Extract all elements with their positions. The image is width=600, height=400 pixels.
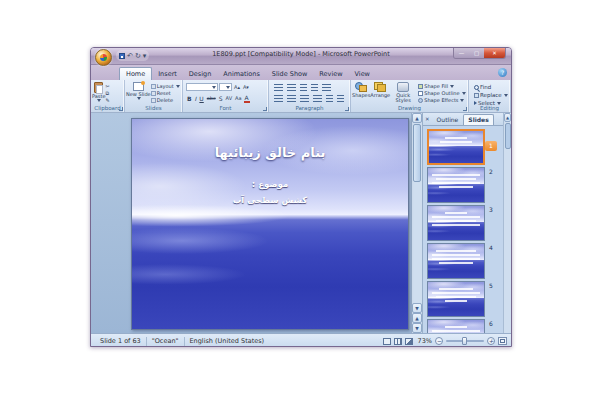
font-size-combobox[interactable] [219,83,232,91]
slide-thumbnail-3[interactable]: 3 [427,205,501,241]
font-name-combobox[interactable] [186,83,218,91]
tab-home[interactable]: Home [119,67,152,80]
numbering-icon[interactable] [287,84,296,91]
layout-button[interactable]: Layout [151,83,180,89]
new-slide-button[interactable]: New Slide [126,81,151,104]
format-painter-icon[interactable]: ✎ [106,97,110,103]
editing-column: Find Replace Select [470,81,509,106]
zoom-out-icon[interactable]: − [435,337,443,345]
close-button[interactable]: ✕ [484,48,505,58]
character-spacing-button[interactable]: AV [225,94,234,103]
justify-icon[interactable] [313,95,322,102]
maximize-button[interactable]: ▢ [469,48,484,58]
next-slide-icon[interactable]: ▼ [412,323,422,333]
zoom-in-icon[interactable]: + [487,337,495,345]
new-slide-dropdown-icon [137,97,141,100]
panel-scrollbar-thumb[interactable] [505,123,511,149]
cut-icon[interactable]: ✂ [106,83,110,89]
quick-styles-icon [397,82,409,92]
panel-close-icon[interactable]: ✕ [425,114,430,125]
slide-title-text[interactable]: بنام خالق زیبائیها [132,145,408,160]
ribbon: Paste ✂ ⧉ ✎ Clipboard New Slide [91,80,511,113]
paste-button[interactable]: Paste [92,81,106,104]
tab-design[interactable]: Design [183,68,217,80]
shape-effects-button[interactable]: Shape Effects [418,97,465,103]
italic-button[interactable]: I [194,94,198,103]
slide-thumbnail-1[interactable]: 1 [427,129,501,165]
previous-slide-icon[interactable]: ▲ [412,313,422,323]
ribbon-tab-row: Home Insert Design Animations Slide Show… [91,65,511,80]
arrange-button[interactable]: Arrange [370,81,390,104]
thumbnail-number: 3 [485,205,497,215]
paragraph-dialog-launcher[interactable] [345,107,349,111]
tab-slides[interactable]: Slides [463,114,493,125]
scroll-up-icon[interactable]: ▲ [412,113,422,123]
slide-thumbnail-6[interactable]: 6 [427,319,501,333]
align-right-icon[interactable] [300,95,309,102]
strikethrough-button[interactable]: abc [206,94,217,103]
tab-outline[interactable]: Outline [433,115,463,125]
editor-vertical-scrollbar[interactable]: ▲ ▼ ▲ ▼ [411,113,422,333]
zoom-slider[interactable] [446,340,484,342]
language-indicator[interactable]: English (United States) [185,337,270,345]
clipboard-dialog-launcher[interactable] [119,107,123,111]
replace-icon [474,93,479,98]
minimize-button[interactable]: — [454,48,469,58]
slide-sorter-view-icon[interactable] [394,338,402,345]
zoom-level[interactable]: 73% [416,337,432,345]
align-left-icon[interactable] [274,95,283,102]
bullets-icon[interactable] [274,84,283,91]
layout-icon [151,84,156,89]
find-button[interactable]: Find [474,84,509,90]
slide-thumbnail-4[interactable]: 4 [427,243,501,279]
fit-to-window-icon[interactable] [498,337,507,345]
bold-button[interactable]: B [186,94,193,103]
shape-fill-button[interactable]: Shape Fill [418,83,465,89]
increase-indent-icon[interactable] [311,84,318,91]
office-button[interactable] [95,49,112,66]
help-icon[interactable]: ? [498,68,507,77]
zoom-slider-handle[interactable] [462,337,467,345]
slide-thumbnail-2[interactable]: 2 [427,167,501,203]
slideshow-view-icon[interactable] [405,338,413,345]
scroll-down-icon[interactable]: ▼ [412,303,422,313]
align-center-icon[interactable] [287,95,296,102]
underline-button[interactable]: U [198,94,204,103]
normal-view-icon[interactable] [383,338,391,345]
text-shadow-button[interactable]: S [218,94,224,103]
reset-button[interactable]: Reset [151,90,180,96]
quick-styles-button[interactable]: Quick Styles [390,81,416,104]
drawing-dialog-launcher[interactable] [463,107,467,111]
tab-slide-show[interactable]: Slide Show [266,68,313,80]
line-spacing-icon[interactable] [322,84,331,91]
slide-subject-value[interactable]: کشش سطحی آب [132,195,408,205]
font-color-button[interactable]: A [244,94,250,103]
panel-scrollbar[interactable]: ▲ [503,113,511,333]
change-case-button[interactable]: Aa [234,94,242,103]
tab-review[interactable]: Review [313,68,348,80]
shape-outline-button[interactable]: Shape Outline [418,90,465,96]
title-bar: ↶ ↻ ▾ 1E809.ppt [Compatibility Mode] - M… [91,48,511,65]
slides-group-label: Slides [125,104,182,112]
shrink-font-button[interactable]: A▾ [242,83,250,92]
thumbnail-number: 6 [485,319,497,329]
text-direction-icon[interactable] [337,95,344,102]
shape-outline-icon [418,91,423,96]
tab-insert[interactable]: Insert [152,68,183,80]
slide-canvas[interactable]: بنام خالق زیبائیها موضوع : کشش سطحی آب [131,118,409,330]
columns-icon[interactable] [326,95,333,102]
scrollbar-thumb[interactable] [413,124,421,182]
panel-scroll-up-icon[interactable]: ▲ [504,113,511,122]
grow-font-button[interactable]: A▴ [233,83,241,92]
drawing-group-label: Drawing [351,104,468,112]
delete-button[interactable]: Delete [151,97,180,103]
decrease-indent-icon[interactable] [300,84,307,91]
tab-view[interactable]: View [349,68,376,80]
slide-subject-label[interactable]: موضوع : [132,179,408,189]
shapes-button[interactable]: Shapes [352,81,370,104]
slide-thumbnail-5[interactable]: 5 [427,281,501,317]
tab-animations[interactable]: Animations [217,68,266,80]
copy-icon[interactable]: ⧉ [106,90,110,96]
font-dialog-launcher[interactable] [263,107,267,111]
replace-button[interactable]: Replace [474,92,509,98]
